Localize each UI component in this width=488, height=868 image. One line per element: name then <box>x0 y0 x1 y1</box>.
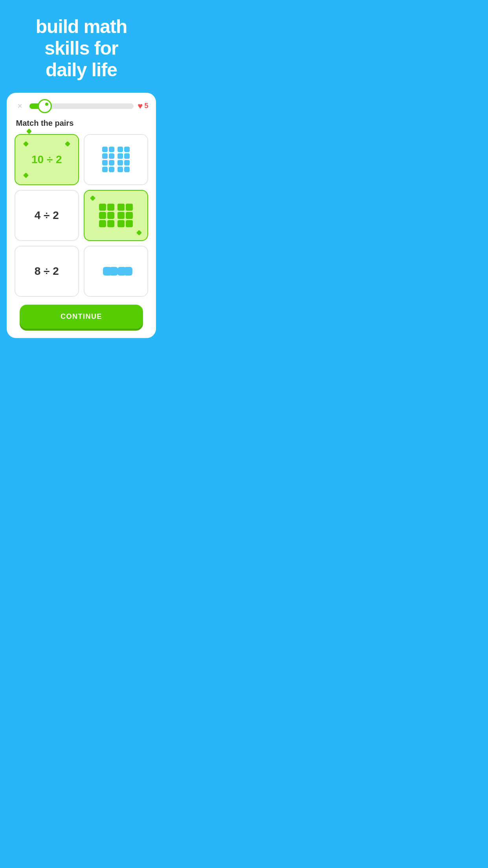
block-cell <box>109 167 114 172</box>
tile-text-10div2: 10 ÷ 2 <box>31 153 62 166</box>
block-cell <box>117 167 123 172</box>
block-cell <box>117 204 125 211</box>
block-cell <box>117 220 125 227</box>
lives-count: 5 <box>144 102 148 110</box>
block-cell <box>102 153 108 159</box>
block-cell <box>124 167 130 172</box>
block-cell <box>126 220 133 227</box>
block-cell <box>102 167 108 172</box>
block-cell <box>99 220 106 227</box>
block-group-right-4 <box>117 267 129 276</box>
block-cell <box>124 160 130 166</box>
tile-text-8div2: 8 ÷ 2 <box>35 265 59 278</box>
progress-track <box>29 103 134 109</box>
block-group-left-6 <box>99 204 114 227</box>
blocks-pattern-6 <box>99 204 133 227</box>
block-cell <box>126 212 133 219</box>
block-cell <box>117 153 123 159</box>
tile-math-8div2[interactable]: 8 ÷ 2 <box>15 246 79 297</box>
tile-text-4div2: 4 ÷ 2 <box>35 209 59 222</box>
progress-thumb-dot <box>45 103 48 106</box>
block-group-left-4 <box>103 267 114 276</box>
lives-section: ♥ 5 <box>138 101 148 111</box>
progress-thumb <box>38 99 52 113</box>
block-cell <box>117 160 123 166</box>
block-cell <box>124 267 132 276</box>
dot-above <box>26 128 31 134</box>
tile-blocks-4[interactable] <box>84 246 148 297</box>
dot-decoration-tl <box>23 141 28 146</box>
block-cell <box>117 147 123 152</box>
blocks-pattern-8 <box>102 147 130 172</box>
block-cell <box>99 204 106 211</box>
progress-fill <box>29 103 45 109</box>
block-cell <box>107 204 114 211</box>
continue-button[interactable]: CONTINUE <box>20 305 143 329</box>
block-cell <box>107 220 114 227</box>
heart-icon: ♥ <box>138 101 143 111</box>
block-cell <box>102 147 108 152</box>
block-cell <box>99 212 106 219</box>
block-group-right-6 <box>117 204 133 227</box>
block-cell <box>102 160 108 166</box>
tile-blocks-8[interactable] <box>84 134 148 185</box>
close-button[interactable]: × <box>15 101 26 112</box>
block-cell <box>109 267 118 276</box>
dot-decoration-bl <box>23 172 28 178</box>
blocks-pattern-4 <box>103 267 129 276</box>
page-title: build math skills for daily life <box>12 16 151 81</box>
block-group-right-8 <box>117 147 130 172</box>
block-cell <box>126 204 133 211</box>
tiles-grid: 10 ÷ 2 <box>15 134 149 297</box>
header-section: build math skills for daily life <box>0 0 163 93</box>
block-cell <box>109 160 114 166</box>
block-cell <box>124 147 130 152</box>
block-cell <box>124 153 130 159</box>
progress-wrapper <box>29 103 134 109</box>
dot-decoration-tr-out <box>90 195 95 200</box>
instruction-text: Match the pairs <box>16 119 149 128</box>
block-cell <box>117 212 125 219</box>
block-cell <box>109 153 114 159</box>
tile-blocks-6[interactable] <box>84 190 148 241</box>
card-container: × ♥ 5 Match the pairs 10 ÷ 2 <box>7 93 156 338</box>
block-cell <box>107 212 114 219</box>
tile-math-10div2[interactable]: 10 ÷ 2 <box>15 134 79 185</box>
block-cell <box>109 147 114 152</box>
dot-decoration-tr <box>65 141 70 146</box>
close-icon: × <box>17 101 22 111</box>
progress-row: × ♥ 5 <box>15 101 149 112</box>
block-group-left-8 <box>102 147 114 172</box>
tile-math-4div2[interactable]: 4 ÷ 2 <box>15 190 79 241</box>
dot-decoration-br-out <box>136 230 142 235</box>
